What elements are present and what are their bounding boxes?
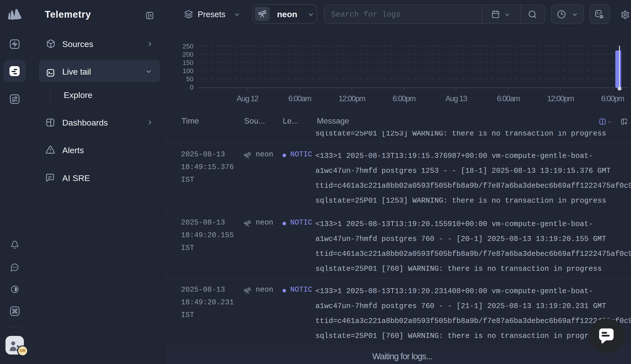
svg-text:6:00pm: 6:00pm xyxy=(601,94,624,103)
svg-text:12:00pm: 12:00pm xyxy=(339,94,365,103)
svg-text:6:00am: 6:00am xyxy=(288,94,311,103)
svg-text:250: 250 xyxy=(183,42,193,50)
svg-text:6:00am: 6:00am xyxy=(497,94,520,103)
svg-text:0: 0 xyxy=(190,84,193,91)
svg-text:50: 50 xyxy=(186,75,193,83)
svg-text:12:00pm: 12:00pm xyxy=(547,94,574,103)
svg-text:200: 200 xyxy=(183,51,193,58)
svg-text:6:00pm: 6:00pm xyxy=(393,94,415,103)
svg-text:100: 100 xyxy=(183,67,193,74)
svg-text:Aug 12: Aug 12 xyxy=(237,94,258,103)
svg-text:150: 150 xyxy=(183,59,193,66)
svg-text:Aug 13: Aug 13 xyxy=(445,94,467,103)
